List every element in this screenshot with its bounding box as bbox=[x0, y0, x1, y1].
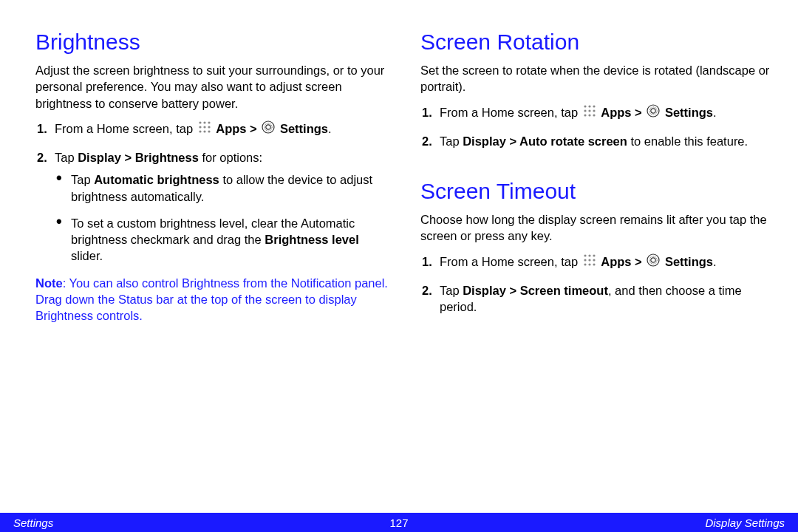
brightness-step-2: Tap Display > Brightness for options: Ta… bbox=[35, 149, 391, 265]
svg-point-26 bbox=[593, 254, 595, 256]
svg-point-25 bbox=[588, 254, 590, 256]
svg-point-5 bbox=[208, 126, 210, 128]
svg-point-32 bbox=[593, 263, 595, 265]
page-footer: Settings 127 Display Settings bbox=[0, 513, 798, 532]
svg-point-3 bbox=[199, 126, 201, 128]
heading-brightness: Brightness bbox=[35, 30, 391, 55]
svg-point-30 bbox=[584, 263, 586, 265]
svg-point-16 bbox=[588, 109, 590, 112]
svg-point-9 bbox=[262, 121, 274, 133]
svg-point-8 bbox=[208, 130, 210, 132]
svg-point-18 bbox=[584, 114, 586, 116]
svg-point-17 bbox=[593, 109, 595, 112]
svg-point-6 bbox=[199, 130, 201, 132]
svg-point-24 bbox=[584, 254, 586, 256]
brightness-note: Note: You can also control Brightness fr… bbox=[35, 275, 391, 324]
svg-point-19 bbox=[588, 114, 590, 116]
heading-timeout: Screen Timeout bbox=[420, 179, 776, 204]
svg-point-34 bbox=[651, 257, 655, 262]
svg-point-14 bbox=[593, 105, 595, 107]
svg-point-4 bbox=[203, 126, 205, 128]
right-column: Screen Rotation Set the screen to rotate… bbox=[420, 30, 776, 332]
heading-rotation: Screen Rotation bbox=[420, 30, 776, 55]
footer-page-number: 127 bbox=[0, 516, 798, 529]
apps-grid-icon bbox=[583, 104, 596, 121]
left-column: Brightness Adjust the screen brightness … bbox=[35, 30, 391, 332]
svg-point-2 bbox=[208, 121, 210, 123]
svg-point-27 bbox=[584, 259, 586, 261]
svg-point-29 bbox=[593, 259, 595, 261]
svg-point-0 bbox=[199, 121, 201, 123]
settings-gear-icon bbox=[262, 120, 275, 137]
apps-grid-icon bbox=[198, 120, 211, 137]
timeout-intro: Choose how long the display screen remai… bbox=[420, 211, 776, 245]
settings-gear-icon bbox=[647, 104, 660, 121]
brightness-bullet-2: To set a custom brightness level, clear … bbox=[55, 215, 391, 265]
timeout-step-1: From a Home screen, tap Apps > Settings. bbox=[420, 253, 776, 272]
rotation-step-2: Tap Display > Auto rotate screen to enab… bbox=[420, 133, 776, 149]
brightness-bullet-1: Tap Automatic brightness to allow the de… bbox=[55, 171, 391, 205]
svg-point-12 bbox=[584, 105, 586, 107]
rotation-step-1: From a Home screen, tap Apps > Settings. bbox=[420, 104, 776, 123]
brightness-intro: Adjust the screen brightness to suit you… bbox=[35, 62, 391, 112]
svg-point-31 bbox=[588, 263, 590, 265]
svg-point-13 bbox=[588, 105, 590, 107]
brightness-step-1: From a Home screen, tap Apps > Settings. bbox=[35, 120, 391, 139]
svg-point-10 bbox=[266, 125, 270, 129]
settings-gear-icon bbox=[647, 253, 660, 270]
apps-grid-icon bbox=[583, 253, 596, 270]
svg-point-22 bbox=[651, 108, 655, 112]
svg-point-7 bbox=[203, 130, 205, 132]
svg-point-28 bbox=[588, 259, 590, 261]
svg-point-1 bbox=[203, 121, 205, 123]
timeout-step-2: Tap Display > Screen timeout, and then c… bbox=[420, 282, 776, 316]
svg-point-20 bbox=[593, 114, 595, 116]
svg-point-15 bbox=[584, 109, 586, 112]
rotation-intro: Set the screen to rotate when the device… bbox=[420, 62, 776, 95]
